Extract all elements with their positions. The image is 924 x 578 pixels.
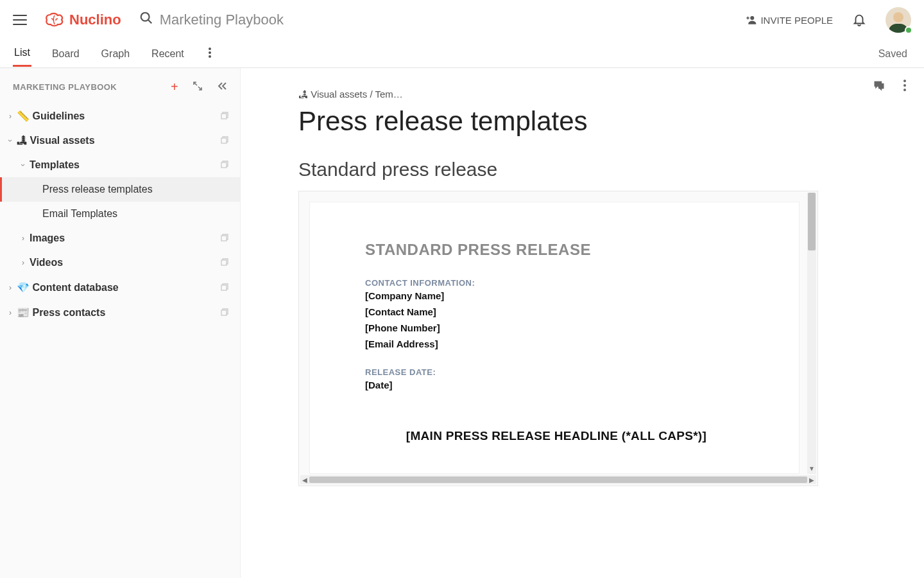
embed-scrollbar-horizontal[interactable]: ◀ ▶ [300,475,816,484]
svg-point-13 [903,80,906,82]
sidebar-item-content-database[interactable]: › 💎 Content database [0,275,240,300]
svg-point-15 [903,89,906,91]
sidebar-item-press-contacts[interactable]: › 📰 Press contacts [0,300,240,325]
doc-field: [Email Address] [365,338,748,349]
invite-people-button[interactable]: INVITE PEOPLE [745,14,833,26]
copy-icon[interactable] [219,258,228,267]
svg-rect-9 [221,236,227,241]
tab-list[interactable]: List [13,40,31,67]
main-content: 🏞 Visual assets / Tem… Press release tem… [241,68,924,578]
copy-icon[interactable] [219,283,228,292]
more-vertical-icon [903,80,906,91]
add-item-button[interactable]: + [171,80,178,94]
svg-point-3 [209,48,211,50]
svg-rect-12 [221,310,227,315]
svg-rect-8 [221,162,227,168]
sidebar-item-press-release-templates[interactable]: Press release templates [0,177,240,202]
chevron-right-icon: › [6,283,14,292]
add-person-icon [745,14,757,26]
tab-recent[interactable]: Recent [150,42,185,66]
svg-point-4 [209,51,211,54]
svg-rect-10 [221,260,227,265]
doc-field: [Phone Number] [365,322,748,333]
search[interactable]: Marketing Playbook [139,11,284,29]
copy-icon[interactable] [219,136,228,145]
svg-rect-6 [221,114,227,119]
scroll-right-icon[interactable]: ▶ [809,477,814,484]
svg-line-1 [148,20,151,24]
scroll-left-icon[interactable]: ◀ [302,477,307,484]
document-page: STANDARD PRESS RELEASE CONTACT INFORMATI… [309,202,800,474]
contact-info-label: CONTACT INFORMATION: [365,278,748,288]
svg-point-2 [751,16,755,20]
doc-headline: [MAIN PRESS RELEASE HEADLINE (*ALL CAPS*… [365,429,748,443]
sidebar-item-email-templates[interactable]: Email Templates [0,202,240,226]
doc-field: [Company Name] [365,290,748,301]
sidebar-tree: › 📏 Guidelines › 🏞 Visual assets › Templ… [0,103,240,325]
saved-status: Saved [878,48,911,60]
chevron-down-icon: › [19,161,28,169]
brand-logo[interactable]: Nuclino [45,12,121,28]
section-title: Standard press release [298,159,805,180]
collapse-sidebar-icon[interactable] [217,82,227,92]
brain-icon [45,12,64,28]
scrollbar-thumb[interactable] [808,193,816,250]
svg-rect-7 [221,138,227,143]
sidebar-item-guidelines[interactable]: › 📏 Guidelines [0,103,240,128]
sidebar-item-visual-assets[interactable]: › 🏞 Visual assets [0,128,240,153]
svg-point-14 [903,84,906,87]
breadcrumb[interactable]: 🏞 Visual assets / Tem… [298,89,805,100]
sidebar-item-images[interactable]: › Images [0,226,240,250]
brand-text: Nuclino [69,12,121,28]
doc-heading: STANDARD PRESS RELEASE [365,241,748,259]
scrollbar-thumb[interactable] [309,477,807,483]
page-more-button[interactable] [903,80,906,95]
chevron-right-icon: › [6,308,14,317]
menu-icon[interactable] [13,15,27,25]
embed-scrollbar-vertical[interactable]: ▲ ▼ [807,193,816,474]
release-date-label: RELEASE DATE: [365,367,748,377]
page-title: Press release templates [298,106,805,137]
view-tabs: List Board Graph Recent Saved [0,40,924,68]
notifications-button[interactable] [852,13,866,27]
scroll-down-icon[interactable]: ▼ [807,465,816,474]
chevron-right-icon: › [19,234,27,243]
sidebar: MARKETING PLAYBOOK + › 📏 Guidelines [0,68,241,578]
copy-icon[interactable] [219,308,228,317]
svg-rect-11 [221,285,227,290]
sidebar-item-templates[interactable]: › Templates [0,153,240,177]
copy-icon[interactable] [219,161,228,170]
status-dot [905,26,912,34]
tab-board[interactable]: Board [51,42,81,66]
app-header: Nuclino Marketing Playbook INVITE PEOPLE [0,0,924,40]
tabs-more-button[interactable] [205,44,215,64]
search-icon [139,11,153,29]
chevron-down-icon: › [6,137,15,144]
svg-point-5 [209,55,211,58]
copy-icon[interactable] [219,112,228,121]
more-vertical-icon [209,48,211,58]
bell-icon [852,13,866,27]
sidebar-title: MARKETING PLAYBOOK [13,82,117,92]
chevron-right-icon: › [19,258,27,267]
chevron-right-icon: › [6,112,14,121]
comments-button[interactable] [873,80,886,95]
doc-field: [Date] [365,380,748,390]
svg-point-0 [141,13,149,21]
expand-icon[interactable] [193,81,203,93]
tab-graph[interactable]: Graph [100,42,131,66]
user-avatar[interactable] [886,7,911,33]
chat-icon [873,80,886,92]
doc-field: [Contact Name] [365,306,748,317]
copy-icon[interactable] [219,234,228,243]
sidebar-item-videos[interactable]: › Videos [0,250,240,275]
embedded-document: STANDARD PRESS RELEASE CONTACT INFORMATI… [298,191,818,486]
search-placeholder: Marketing Playbook [160,12,284,28]
invite-label: INVITE PEOPLE [760,15,833,26]
